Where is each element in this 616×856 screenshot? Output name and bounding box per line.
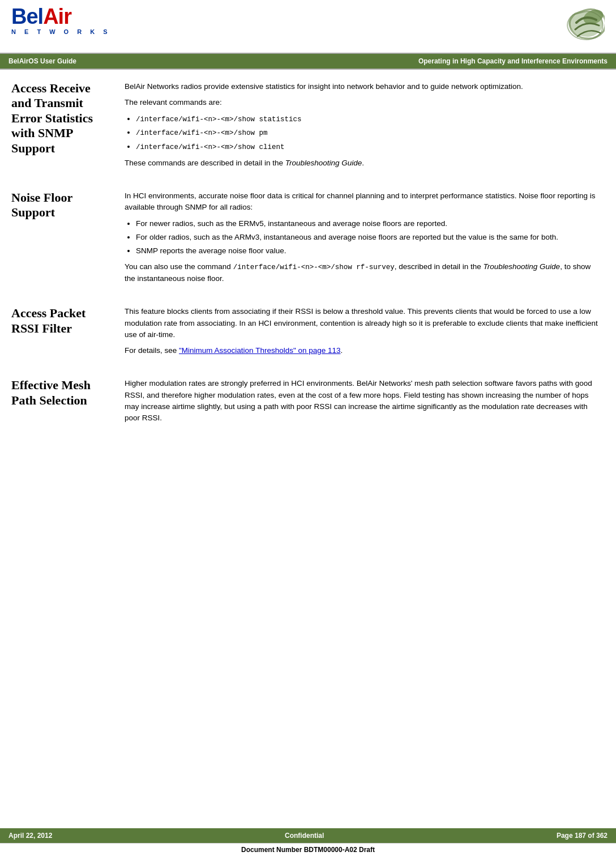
code-item-3: /interface/wifi-<n>-<m>/show client [136,141,599,153]
body-para-1: BelAir Networks radios provide extensive… [125,81,599,92]
section-body-access-receive: BelAir Networks radios provide extensive… [125,81,599,173]
code-list: /interface/wifi-<n>-<m>/show statistics … [136,113,599,153]
logo-area: BelAir N E T W O R K S [11,6,111,35]
noise-bullet-3: SNMP reports the average noise floor val… [136,245,599,257]
mesh-para: Higher modulation rates are strongly pre… [125,378,599,424]
section-heading-effective-mesh: Effective Mesh Path Selection [11,378,125,408]
section-body-access-packet: This feature blocks clients from associa… [125,306,599,361]
footer-date: April 22, 2012 [8,832,52,840]
rf-survey-code: /interface/wifi-<n>-<m>/show rf-survey [233,263,395,271]
section-noise-floor: Noise Floor Support In HCI environments,… [11,190,599,289]
section-effective-mesh: Effective Mesh Path Selection Higher mod… [11,378,599,428]
code-item-2: /interface/wifi-<n>-<m>/show pm [136,127,599,139]
nav-left-label: BelAirOS User Guide [0,54,125,69]
logo-air-text: Air [43,5,71,28]
body-para-2: The relevant commands are: [125,97,599,108]
footer-page: Page 187 of 362 [557,832,608,840]
rssi-para-2: For details, see "Minimum Association Th… [125,345,599,356]
noise-bullet-2: For older radios, such as the ARMv3, ins… [136,232,599,243]
header-logo-icon [554,6,605,50]
logo-belair: BelAir [11,6,111,27]
section-heading-access-receive: Access Receive and Transmit Error Statis… [11,81,125,156]
section-heading-noise-floor: Noise Floor Support [11,190,125,220]
section-body-effective-mesh: Higher modulation rates are strongly pre… [125,378,599,428]
body-trailing: These commands are described in detail i… [125,157,599,169]
section-body-noise-floor: In HCI environments, accurate noise floo… [125,190,599,289]
footer-confidential: Confidential [285,832,324,840]
footer-doc: Document Number BDTM00000-A02 Draft [0,843,616,856]
troubleshooting-guide-ref: Troubleshooting Guide [285,159,362,167]
noise-floor-trailing: You can also use the command /interface/… [125,261,599,284]
section-access-packet: Access Packet RSSI Filter This feature b… [11,306,599,361]
main-content: Access Receive and Transmit Error Statis… [0,70,616,457]
rssi-para-1: This feature blocks clients from associa… [125,306,599,340]
noise-bullet-1: For newer radios, such as the ERMv5, ins… [136,218,599,229]
logo-bel-text: Bel [11,5,43,28]
nav-bar: BelAirOS User Guide Operating in High Ca… [0,53,616,70]
logo-networks-text: N E T W O R K S [11,28,111,35]
page-header: BelAir N E T W O R K S [0,0,616,53]
troubleshooting-guide-ref-2: Troubleshooting Guide [484,262,561,271]
section-access-receive: Access Receive and Transmit Error Statis… [11,81,599,173]
section-heading-access-packet: Access Packet RSSI Filter [11,306,125,336]
noise-floor-intro: In HCI environments, accurate noise floo… [125,190,599,214]
noise-floor-bullets: For newer radios, such as the ERMv5, ins… [136,218,599,257]
footer-green: April 22, 2012 Confidential Page 187 of … [0,828,616,843]
min-assoc-link[interactable]: "Minimum Association Thresholds" on page… [179,346,341,355]
footer-wrapper: April 22, 2012 Confidential Page 187 of … [0,828,616,856]
nav-right-label: Operating in High Capacity and Interfere… [125,54,616,69]
code-item-1: /interface/wifi-<n>-<m>/show statistics [136,113,599,125]
